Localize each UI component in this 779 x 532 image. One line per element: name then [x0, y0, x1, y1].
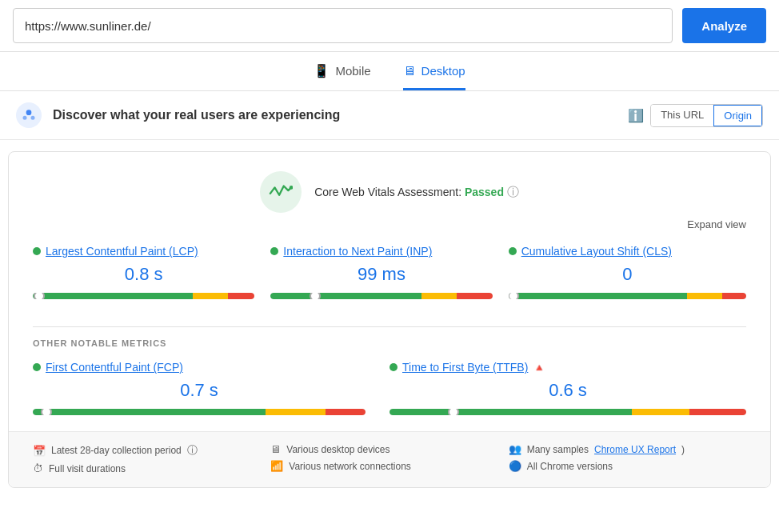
fcp-bar-yellow: [266, 409, 326, 415]
metric-cls: Cumulative Layout Shift (CLS) 0: [509, 245, 746, 315]
lcp-dot: [33, 247, 41, 255]
ttfb-info-icon[interactable]: 🔺: [533, 362, 545, 374]
footer-item-samples: 👥 Many samples Chrome UX Report ): [509, 443, 746, 455]
footer-item-chrome: 🔵 All Chrome versions: [509, 460, 746, 472]
this-url-toggle[interactable]: This URL: [651, 105, 713, 126]
cls-link[interactable]: Cumulative Layout Shift (CLS): [521, 245, 672, 258]
lcp-bar-red: [228, 293, 254, 299]
header: https://www.sunliner.de/ Analyze: [0, 0, 779, 52]
fcp-link[interactable]: First Contentful Paint (FCP): [46, 361, 183, 374]
collection-period-text: Latest 28-day collection period: [51, 445, 182, 456]
full-visit-text: Full visit durations: [49, 463, 126, 474]
cls-bar-yellow: [687, 293, 723, 299]
metric-inp-label-row: Interaction to Next Paint (INP): [270, 245, 492, 258]
expand-view-link[interactable]: Expand view: [687, 218, 746, 230]
inp-bar: [270, 293, 492, 299]
tabs-row: 📱 Mobile 🖥 Desktop: [0, 52, 779, 91]
cwv-title-prefix: Core Web Vitals Assessment:: [314, 186, 461, 198]
info-icon[interactable]: ℹ️: [628, 108, 644, 123]
lcp-link[interactable]: Largest Contentful Paint (LCP): [46, 245, 198, 258]
fcp-bar-green: [33, 409, 266, 415]
ttfb-bar-yellow: [632, 409, 689, 415]
inp-dot: [270, 247, 278, 255]
url-toggle: This URL Origin: [650, 104, 763, 127]
metric-cls-label-row: Cumulative Layout Shift (CLS): [509, 245, 746, 258]
lcp-bar-green: [33, 293, 193, 299]
ttfb-link[interactable]: Time to First Byte (TTFB): [402, 361, 528, 374]
cls-bar-red: [722, 293, 746, 299]
metric-lcp: Largest Contentful Paint (LCP) 0.8 s: [33, 245, 270, 315]
mobile-icon: 📱: [314, 63, 330, 78]
ttfb-bar: [390, 409, 746, 415]
many-samples-text: Many samples: [527, 444, 589, 455]
inp-link[interactable]: Interaction to Next Paint (INP): [283, 245, 432, 258]
inp-marker: [310, 293, 321, 299]
chrome-ux-report-link[interactable]: Chrome UX Report: [594, 444, 676, 455]
desktop-devices-text: Various desktop devices: [286, 444, 390, 455]
chrome-icon: 🔵: [509, 460, 521, 472]
inp-bar-green: [270, 293, 421, 299]
cls-dot: [509, 247, 517, 255]
svg-point-1: [23, 116, 27, 120]
svg-point-0: [26, 110, 32, 115]
inp-value: 99 ms: [270, 264, 492, 285]
footer-item-network: 📶 Various network connections: [270, 460, 508, 472]
core-metrics-grid: Largest Contentful Paint (LCP) 0.8 s Int…: [33, 245, 746, 315]
main-content: Core Web Vitals Assessment: Passed ⓘ Exp…: [8, 151, 771, 488]
collection-info-icon[interactable]: ⓘ: [187, 443, 198, 458]
other-metrics-label: OTHER NOTABLE METRICS: [33, 338, 746, 348]
desktop-tab-label: Desktop: [421, 64, 465, 78]
footer-info: 📅 Latest 28-day collection period ⓘ ⏱ Fu…: [9, 431, 770, 487]
cwv-icon: [260, 171, 302, 213]
discover-right: ℹ️ This URL Origin: [628, 104, 763, 127]
tab-mobile[interactable]: 📱 Mobile: [314, 63, 370, 90]
close-paren: ): [681, 444, 685, 455]
discover-bar: Discover what your real users are experi…: [0, 91, 779, 140]
fcp-bar: [33, 409, 366, 415]
metric-lcp-label-row: Largest Contentful Paint (LCP): [33, 245, 254, 258]
lcp-bar: [33, 293, 254, 299]
footer-item-visit: ⏱ Full visit durations: [33, 462, 270, 474]
cls-value: 0: [509, 264, 746, 285]
cwv-help-icon[interactable]: ⓘ: [507, 185, 519, 198]
footer-col-1: 📅 Latest 28-day collection period ⓘ ⏱ Fu…: [33, 443, 270, 474]
ttfb-value: 0.6 s: [390, 380, 746, 401]
clock-icon: ⏱: [33, 462, 43, 474]
lcp-value: 0.8 s: [33, 264, 254, 285]
url-input[interactable]: https://www.sunliner.de/: [13, 8, 673, 43]
cls-bar: [509, 293, 746, 299]
ttfb-marker: [448, 409, 459, 415]
ttfb-dot: [390, 363, 397, 371]
fcp-bar-red: [326, 409, 366, 415]
metric-fcp-label-row: First Contentful Paint (FCP): [33, 361, 366, 374]
cls-marker: [509, 293, 519, 299]
lcp-bar-yellow: [193, 293, 228, 299]
wifi-icon: 📶: [270, 460, 283, 472]
fcp-dot: [33, 363, 41, 371]
users-icon: 👥: [509, 443, 521, 455]
expand-view: Expand view: [33, 218, 746, 230]
footer-col-3: 👥 Many samples Chrome UX Report ) 🔵 All …: [509, 443, 746, 474]
cwv-header: Core Web Vitals Assessment: Passed ⓘ: [33, 171, 746, 213]
discover-icon: [16, 102, 42, 128]
discover-title: Discover what your real users are experi…: [53, 108, 628, 122]
origin-toggle[interactable]: Origin: [713, 105, 762, 126]
ttfb-bar-red: [689, 409, 746, 415]
ttfb-bar-green: [390, 409, 632, 415]
desktop-icon: 🖥: [403, 64, 416, 78]
fcp-marker: [41, 409, 52, 415]
monitor-icon: 🖥: [270, 443, 281, 455]
lcp-marker: [34, 293, 45, 299]
mobile-tab-label: Mobile: [335, 64, 370, 78]
footer-item-collection: 📅 Latest 28-day collection period ⓘ: [33, 443, 270, 458]
tab-desktop[interactable]: 🖥 Desktop: [403, 63, 465, 90]
analyze-button[interactable]: Analyze: [682, 8, 766, 43]
cwv-status: Passed: [465, 186, 504, 198]
metric-inp: Interaction to Next Paint (INP) 99 ms: [270, 245, 508, 315]
calendar-icon: 📅: [33, 445, 46, 457]
chrome-versions-text: All Chrome versions: [527, 461, 613, 472]
network-text: Various network connections: [289, 461, 411, 472]
cwv-title: Core Web Vitals Assessment: Passed ⓘ: [314, 185, 519, 200]
section-divider: [33, 326, 746, 327]
metric-fcp: First Contentful Paint (FCP) 0.7 s: [33, 361, 390, 415]
